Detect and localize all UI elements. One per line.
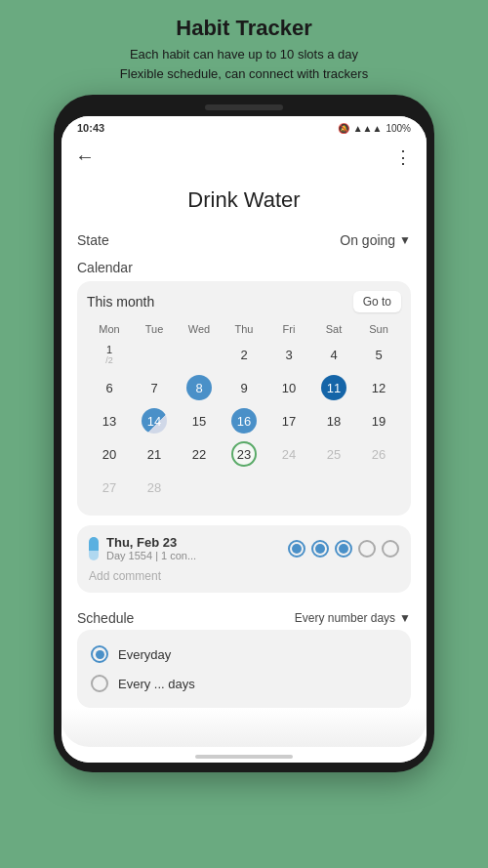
mute-icon: 🔕	[338, 123, 349, 134]
more-button[interactable]: ⋮	[394, 146, 413, 168]
radio-every-n[interactable]	[91, 675, 108, 692]
circle-4[interactable]	[358, 540, 376, 558]
cal-day-empty-2	[177, 338, 222, 371]
cal-day-empty-1	[132, 338, 177, 371]
calendar-grid: Mon Tue Wed Thu Fri Sat Sun	[87, 320, 401, 504]
cal-day-15[interactable]: 15	[177, 404, 222, 437]
top-nav: ← ⋮	[61, 138, 427, 180]
day-detail-sub: Day 1554 | 1 con...	[106, 550, 196, 561]
calendar-header: This month Go to	[87, 291, 401, 312]
weekday-sun: Sun	[356, 320, 401, 338]
water-level-icon	[89, 537, 99, 560]
cal-day-5[interactable]: 5	[356, 338, 401, 371]
cal-empty-1	[177, 471, 222, 504]
cal-day-24: 24	[266, 437, 311, 471]
cal-empty-2	[222, 471, 266, 504]
state-dropdown-arrow: ▼	[399, 233, 411, 247]
weekday-tue: Tue	[132, 320, 177, 338]
phone-notch-bar	[61, 104, 427, 110]
cal-day-4[interactable]: 4	[311, 338, 356, 371]
bottom-fade	[61, 708, 427, 747]
weekday-sat: Sat	[311, 320, 356, 338]
cal-day-25: 25	[311, 437, 356, 471]
circle-5[interactable]	[382, 540, 399, 558]
circle-3[interactable]	[335, 540, 352, 558]
day-detail-left: Thu, Feb 23 Day 1554 | 1 con...	[89, 535, 196, 561]
goto-button[interactable]: Go to	[353, 291, 401, 312]
state-value-text: On going	[340, 232, 395, 248]
phone-home-bar	[61, 747, 427, 763]
cal-day-7[interactable]: 7	[132, 371, 177, 404]
calendar-row-1: 1/2 2 3 4 5	[87, 338, 401, 371]
calendar-row-4: 20 21 22 23 24 25 26	[87, 437, 401, 471]
cal-day-12[interactable]: 12	[356, 371, 401, 404]
state-dropdown[interactable]: On going ▼	[340, 232, 411, 248]
calendar-card: This month Go to Mon Tue Wed Thu Fri Sat	[77, 281, 411, 516]
state-label: State	[77, 232, 109, 248]
page-wrapper: Habit Tracker Each habit can have up to …	[0, 0, 488, 868]
schedule-label: Schedule	[77, 610, 134, 626]
cal-empty-4	[311, 471, 356, 504]
schedule-dropdown-arrow: ▼	[399, 611, 411, 625]
schedule-value-text: Every number days	[295, 611, 395, 625]
cal-day-26: 26	[356, 437, 401, 471]
weekday-mon: Mon	[87, 320, 132, 338]
cal-day-20[interactable]: 20	[87, 437, 132, 471]
weekday-fri: Fri	[266, 320, 311, 338]
back-button[interactable]: ←	[71, 142, 99, 172]
schedule-option-every-n[interactable]: Every ... days	[91, 669, 397, 698]
phone-shell: 10:43 🔕 ▲▲▲ 100% ← ⋮ Drink Water State	[54, 95, 434, 772]
add-comment[interactable]: Add comment	[89, 567, 399, 583]
calendar-weekday-header: Mon Tue Wed Thu Fri Sat Sun	[87, 320, 401, 338]
hero-subtitle: Each habit can have up to 10 slots a day…	[120, 45, 368, 83]
cal-day-17[interactable]: 17	[266, 404, 311, 437]
cal-day-8[interactable]: 8	[177, 371, 222, 404]
state-row: State On going ▼	[77, 227, 411, 254]
cal-day-1[interactable]: 1/2	[87, 338, 132, 371]
calendar-row-5: 27 28	[87, 471, 401, 504]
cal-day-16[interactable]: 16	[222, 404, 266, 437]
status-icons: 🔕 ▲▲▲ 100%	[338, 123, 411, 134]
circle-1[interactable]	[288, 540, 305, 558]
cal-day-21[interactable]: 21	[132, 437, 177, 471]
cal-empty-3	[266, 471, 311, 504]
weekday-thu: Thu	[222, 320, 266, 338]
cal-day-22[interactable]: 22	[177, 437, 222, 471]
home-bar[interactable]	[195, 755, 293, 759]
weekday-wed: Wed	[177, 320, 222, 338]
signal-icon: ▲▲▲	[353, 123, 383, 134]
cal-day-19[interactable]: 19	[356, 404, 401, 437]
calendar-label: Calendar	[77, 254, 411, 281]
status-bar: 10:43 🔕 ▲▲▲ 100%	[61, 116, 427, 138]
day-circles	[288, 540, 399, 558]
cal-day-14[interactable]: 14	[132, 404, 177, 437]
hero-title: Habit Tracker	[176, 16, 311, 41]
day-detail-card: Thu, Feb 23 Day 1554 | 1 con... Ad	[77, 525, 411, 593]
cal-day-13[interactable]: 13	[87, 404, 132, 437]
cal-day-3[interactable]: 3	[266, 338, 311, 371]
screen-content: Drink Water State On going ▼ Calendar Th…	[61, 180, 427, 708]
habit-title: Drink Water	[77, 180, 411, 227]
schedule-option-everyday[interactable]: Everyday	[91, 640, 397, 669]
schedule-dropdown[interactable]: Every number days ▼	[295, 611, 411, 625]
cal-day-2[interactable]: 2	[222, 338, 266, 371]
phone-notch	[205, 104, 283, 110]
cal-day-10[interactable]: 10	[266, 371, 311, 404]
day-detail-date: Thu, Feb 23	[106, 535, 196, 550]
schedule-option-everyday-label: Everyday	[118, 647, 171, 662]
battery-icon: 100%	[386, 123, 411, 134]
schedule-options-card: Everyday Every ... days	[77, 630, 411, 708]
month-label: This month	[87, 294, 154, 310]
cal-day-18[interactable]: 18	[311, 404, 356, 437]
cal-day-9[interactable]: 9	[222, 371, 266, 404]
calendar-row-2: 6 7 8 9 10 11 12	[87, 371, 401, 404]
cal-day-6[interactable]: 6	[87, 371, 132, 404]
calendar-row-3: 13 14 15 16 17 18 19	[87, 404, 401, 437]
radio-everyday[interactable]	[91, 645, 108, 663]
cal-day-28: 28	[132, 471, 177, 504]
circle-2[interactable]	[311, 540, 329, 558]
cal-day-27: 27	[87, 471, 132, 504]
status-time: 10:43	[77, 122, 104, 134]
cal-day-11[interactable]: 11	[311, 371, 356, 404]
cal-day-23-today[interactable]: 23	[222, 437, 266, 471]
